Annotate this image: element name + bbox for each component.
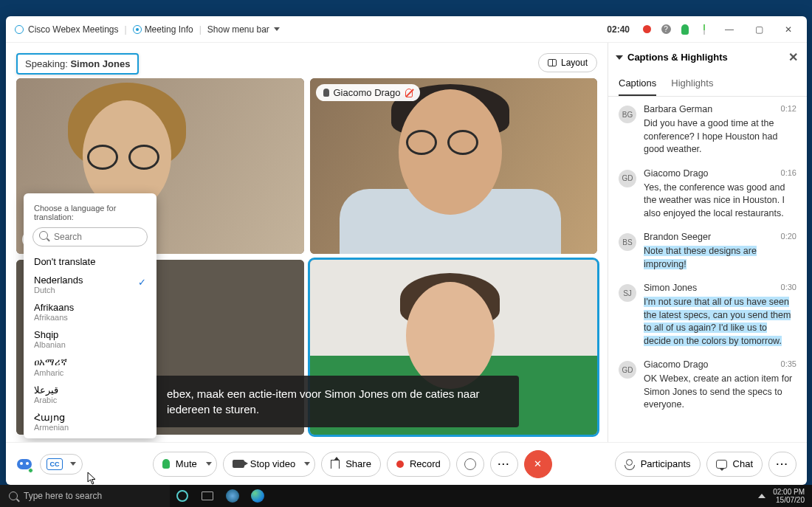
language-option[interactable]: ዐአማሪኛAmharic <box>24 353 156 381</box>
minimize-button[interactable]: — <box>715 19 743 40</box>
mic-on-icon <box>323 89 329 97</box>
chevron-down-icon[interactable] <box>304 462 310 466</box>
caption-entry[interactable]: GDGiacomo Drago0:16Yes, the conference w… <box>619 168 796 221</box>
language-search-input[interactable] <box>32 227 148 246</box>
language-search <box>32 227 148 246</box>
speaking-name: Simon Jones <box>70 58 130 69</box>
avatar: GD <box>619 361 636 379</box>
share-label: Share <box>345 458 371 469</box>
avatar: BG <box>619 106 636 123</box>
language-option[interactable]: AfrikaansAfrikaans <box>24 298 156 325</box>
chat-button[interactable]: Chat <box>706 452 763 477</box>
captions-panel: Captions & Highlights ✕ Captions Highlig… <box>608 43 807 442</box>
title-bar: Cisco Webex Meetings | Meeting Info | Sh… <box>6 16 807 43</box>
microphone-icon <box>162 459 170 469</box>
dots-icon: ··· <box>498 458 510 469</box>
caption-entry[interactable]: BGBarbara German0:12Did you have a good … <box>619 104 796 156</box>
cortana-icon[interactable] <box>170 485 195 507</box>
maximize-button[interactable]: ▢ <box>745 19 773 40</box>
caption-author: Giacomo Drago <box>644 359 709 370</box>
record-button[interactable]: Record <box>387 452 450 477</box>
signal-icon <box>695 24 714 35</box>
language-option[interactable]: NederlandsDutch <box>24 271 156 298</box>
language-option[interactable]: ՀայոցArmenian <box>24 408 156 435</box>
panel-tabs: Captions Highlights <box>608 72 807 97</box>
info-icon[interactable] <box>133 25 142 34</box>
mute-button[interactable]: Mute <box>153 452 217 477</box>
caption-entry[interactable]: GDGiacomo Drago0:35OK Webex, create an a… <box>619 359 796 412</box>
language-option[interactable]: Don't translate <box>24 252 156 271</box>
taskbar-search[interactable]: Type here to search <box>0 485 170 507</box>
close-button[interactable]: ✕ <box>774 19 802 40</box>
participants-button[interactable]: Participants <box>615 452 701 477</box>
close-icon: ✕ <box>534 458 542 469</box>
caption-time: 0:20 <box>781 232 796 242</box>
tray-overflow-icon[interactable] <box>758 494 765 498</box>
taskbar-clock: 02:00 PM <box>773 488 805 496</box>
speaking-indicator: Speaking: Simon Jones <box>16 53 139 75</box>
stop-video-label: Stop video <box>250 458 295 469</box>
separator: | <box>125 24 127 35</box>
video-area: Speaking: Simon Jones Layout rman (Host,… <box>6 43 608 442</box>
participant-name: Giacomo Drago <box>334 87 401 98</box>
taskbar-search-placeholder: Type here to search <box>24 491 102 501</box>
share-icon <box>331 460 340 469</box>
reactions-button[interactable] <box>456 452 484 477</box>
caption-text: OK Webex, create an action item for Simo… <box>644 373 792 410</box>
app-icon[interactable] <box>220 485 245 507</box>
camera-icon <box>233 460 244 468</box>
mouse-cursor <box>87 472 97 485</box>
caption-time: 0:35 <box>781 359 796 370</box>
caption-entry[interactable]: SJSimon Jones0:30I'm not sure that all o… <box>619 283 796 348</box>
caption-author: Brandon Seeger <box>644 232 711 242</box>
captions-list[interactable]: BGBarbara German0:12Did you have a good … <box>608 97 807 442</box>
end-meeting-button[interactable]: ✕ <box>524 450 552 478</box>
caption-author: Simon Jones <box>644 283 697 293</box>
search-icon <box>9 492 18 500</box>
tab-captions[interactable]: Captions <box>619 72 656 96</box>
share-button[interactable]: Share <box>321 452 381 477</box>
caption-entry[interactable]: BSBrandon Seeger0:20Note that these desi… <box>619 232 796 271</box>
language-option[interactable]: قيرعلاArabic <box>24 381 156 408</box>
recording-indicator-icon[interactable] <box>637 25 656 33</box>
meeting-info-link[interactable]: Meeting Info <box>145 24 193 35</box>
mic-status-icon[interactable] <box>675 24 695 35</box>
live-caption-overlay: ebex, maak een actie-item voor Simon Jon… <box>154 376 519 427</box>
smile-icon <box>464 458 476 470</box>
closed-captions-button[interactable]: CC <box>40 454 83 475</box>
system-tray[interactable]: 02:00 PM 15/07/20 <box>758 488 812 504</box>
caption-text: Yes, the conference was good and the wea… <box>644 182 785 218</box>
close-panel-button[interactable]: ✕ <box>788 50 798 64</box>
avatar: SJ <box>619 284 636 302</box>
video-tile[interactable]: Giacomo Drago <box>310 78 598 254</box>
chevron-down-icon <box>274 27 280 31</box>
layout-button[interactable]: Layout <box>538 53 597 72</box>
chevron-down-icon[interactable] <box>206 462 212 466</box>
help-icon[interactable]: ? <box>656 24 675 34</box>
tab-highlights[interactable]: Highlights <box>671 72 713 96</box>
edge-icon[interactable] <box>245 485 270 507</box>
speaking-label: Speaking: <box>25 58 68 69</box>
record-label: Record <box>410 458 441 469</box>
mute-label: Mute <box>176 458 197 469</box>
webex-logo-icon <box>15 25 24 34</box>
participant-nametag: Giacomo Drago <box>316 84 420 101</box>
panel-options-button[interactable]: ··· <box>768 452 796 477</box>
chat-label: Chat <box>733 458 753 469</box>
cc-icon: CC <box>47 458 63 470</box>
language-option[interactable]: ShqipAlbanian <box>24 325 156 353</box>
caption-text: I'm not sure that all of us have seen th… <box>644 297 791 346</box>
stop-video-button[interactable]: Stop video <box>223 452 315 477</box>
caption-time: 0:30 <box>781 283 796 293</box>
webex-assistant-icon[interactable] <box>16 456 32 472</box>
collapse-icon[interactable] <box>616 55 623 60</box>
mic-muted-icon <box>405 89 413 97</box>
windows-taskbar: Type here to search 02:00 PM 15/07/20 <box>0 485 812 507</box>
caption-time: 0:12 <box>781 104 796 114</box>
more-options-button[interactable]: ··· <box>490 452 518 477</box>
task-view-icon[interactable] <box>195 485 220 507</box>
taskbar-date: 15/07/20 <box>773 496 805 504</box>
show-menu-bar[interactable]: Show menu bar <box>207 24 280 35</box>
caption-text: Did you have a good time at the conferen… <box>644 118 777 154</box>
dots-icon: ··· <box>777 458 789 469</box>
